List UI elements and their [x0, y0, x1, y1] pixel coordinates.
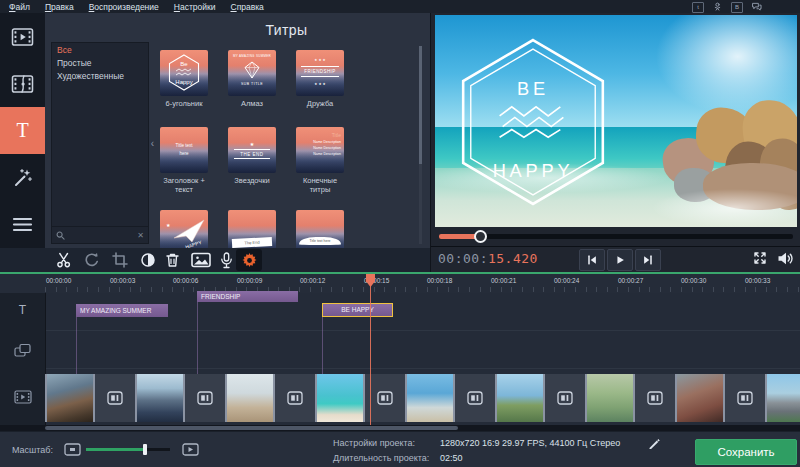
menu-file[interactable]: Файл — [9, 2, 30, 12]
previous-frame-button[interactable] — [579, 249, 605, 271]
play-icon — [614, 254, 626, 266]
rotate-button[interactable] — [82, 251, 102, 269]
title-template-hexagon[interactable]: Be Happy 6-угольник — [160, 50, 208, 108]
zoom-in-button[interactable] — [182, 443, 199, 456]
title-template-end-credits[interactable]: Title Name Description Name Description … — [296, 127, 344, 195]
menu-playback[interactable]: Воспроизведение — [89, 2, 159, 12]
title-clip-my-amazing-summer[interactable]: MY AMAZING SUMMER — [76, 304, 168, 317]
title-template-the-end-banner[interactable]: The End — [228, 210, 276, 248]
insert-image-button[interactable] — [188, 251, 214, 269]
playhead-line — [370, 275, 371, 425]
record-audio-button[interactable] — [216, 251, 236, 269]
next-frame-button[interactable] — [635, 249, 661, 271]
vk-icon[interactable]: B — [731, 2, 743, 13]
fullscreen-icon — [752, 250, 768, 266]
video-clip-hiker[interactable] — [135, 374, 185, 422]
preview-pane: BE HAPPY 00:00:15.420 — [430, 13, 800, 272]
title-template-friendship[interactable]: ★ ★ ★ FRIENDSHIP ★ ★ ★ Дружба — [296, 50, 344, 108]
video-clip-boats[interactable] — [585, 374, 635, 422]
title-template-title-banner[interactable]: Title text here — [296, 210, 344, 248]
menu-settings[interactable]: Настройки — [174, 2, 216, 12]
transition-slot[interactable] — [635, 374, 675, 422]
delete-button[interactable] — [162, 251, 182, 269]
crop-icon — [112, 252, 128, 268]
twitter-icon[interactable]: t — [692, 2, 704, 13]
mist — [652, 189, 797, 227]
filters-tab[interactable] — [0, 154, 45, 201]
video-clip-road[interactable] — [765, 374, 800, 422]
more-tools-tab[interactable] — [0, 201, 45, 248]
transition-slot[interactable] — [95, 374, 135, 422]
search-input[interactable]: ✕ — [52, 226, 148, 243]
video-clip-tropical-beach[interactable] — [315, 374, 365, 422]
video-clip-kid-on-hill[interactable] — [495, 374, 545, 422]
save-button[interactable]: Сохранить — [695, 439, 797, 465]
play-button[interactable] — [607, 249, 633, 271]
transition-slot[interactable] — [185, 374, 225, 422]
ruler-label: 00:00:24 — [554, 277, 579, 284]
title-template-paper-plane[interactable]: ★ HAPPY — [160, 210, 208, 248]
transition-icon — [107, 391, 123, 405]
timeline-ruler[interactable]: 00:00:00 00:00:03 00:00:06 00:00:09 00:0… — [0, 272, 800, 293]
category-all[interactable]: Все — [52, 43, 148, 56]
seek-bar-handle[interactable] — [474, 230, 487, 243]
transition-slot[interactable] — [545, 374, 585, 422]
project-duration-label: Длительность проекта: — [333, 453, 429, 463]
video-clip-man-portrait[interactable] — [675, 374, 725, 422]
menu-edit[interactable]: Правка — [45, 2, 74, 12]
transition-slot[interactable] — [455, 374, 495, 422]
ruler-label: 00:00:00 — [46, 277, 71, 284]
video-clip-beach-person[interactable] — [225, 374, 275, 422]
zoom-out-button[interactable] — [64, 443, 81, 456]
title-template-diamond[interactable]: MY AMAZING SUMMER SUB TITLE Алмаз — [228, 50, 276, 108]
search-icon — [56, 231, 65, 240]
timeline-settings-button[interactable] — [236, 249, 262, 271]
crop-button[interactable] — [110, 251, 130, 269]
title-template-stars[interactable]: ★ THE END Звездочки — [228, 127, 276, 185]
panel-scrollbar[interactable] — [419, 46, 422, 244]
transition-slot[interactable] — [275, 374, 315, 422]
volume-button[interactable] — [777, 251, 794, 266]
transition-slot[interactable] — [365, 374, 405, 422]
timeline-scrollbar-thumb[interactable] — [45, 426, 458, 430]
timecode-display: 00:00:15.420 — [438, 251, 538, 266]
ruler-label: 00:00:27 — [618, 277, 643, 284]
menu-help[interactable]: Справка — [230, 2, 263, 12]
timeline-zoom-slider[interactable] — [86, 448, 170, 451]
hexagon-title-overlay[interactable]: BE HAPPY — [457, 37, 609, 207]
seek-bar[interactable] — [439, 234, 793, 239]
split-button[interactable] — [54, 251, 74, 269]
timeline-toolbar — [0, 248, 430, 272]
category-simple[interactable]: Простые — [52, 56, 148, 69]
title-template-heading-text[interactable]: Title text here Заголовок + текст — [160, 127, 208, 195]
title-clip-friendship[interactable]: FRIENDSHIP — [197, 291, 298, 302]
zoom-out-icon — [64, 443, 81, 456]
ruler-label: 00:00:09 — [237, 277, 262, 284]
panel-scrollbar-thumb[interactable] — [419, 46, 422, 164]
ruler-ticks — [45, 287, 800, 292]
video-clip-couple-on-beach[interactable] — [45, 374, 95, 422]
category-artistic[interactable]: Художественные — [52, 69, 148, 82]
titles-tab[interactable]: T — [0, 107, 45, 154]
menu-bar: Файл Правка Воспроизведение Настройки Сп… — [0, 0, 800, 13]
comments-icon[interactable] — [752, 2, 762, 13]
zoom-slider-handle[interactable] — [143, 444, 147, 455]
clip-link-line — [197, 302, 198, 374]
color-adjust-button[interactable] — [138, 251, 158, 269]
odnoklassniki-icon[interactable] — [713, 2, 722, 13]
panel-title: Титры — [157, 22, 416, 38]
transition-slot[interactable] — [725, 374, 765, 422]
template-label: Заголовок + текст — [160, 176, 208, 195]
filmstrip-play-icon — [11, 27, 34, 47]
edit-project-settings-button[interactable] — [648, 437, 660, 449]
activity-bar: T — [0, 13, 45, 248]
collapse-panel-handle[interactable]: ‹ — [148, 131, 157, 157]
transitions-tab[interactable] — [0, 60, 45, 107]
clear-search-icon[interactable]: ✕ — [137, 231, 144, 240]
media-tab[interactable] — [0, 13, 45, 60]
next-frame-icon — [642, 254, 654, 266]
fullscreen-button[interactable] — [752, 250, 768, 266]
video-clip-shore[interactable] — [405, 374, 455, 422]
ruler-label: 00:00:33 — [745, 277, 770, 284]
title-clip-be-happy-selected[interactable]: BE HAPPY — [322, 303, 393, 317]
